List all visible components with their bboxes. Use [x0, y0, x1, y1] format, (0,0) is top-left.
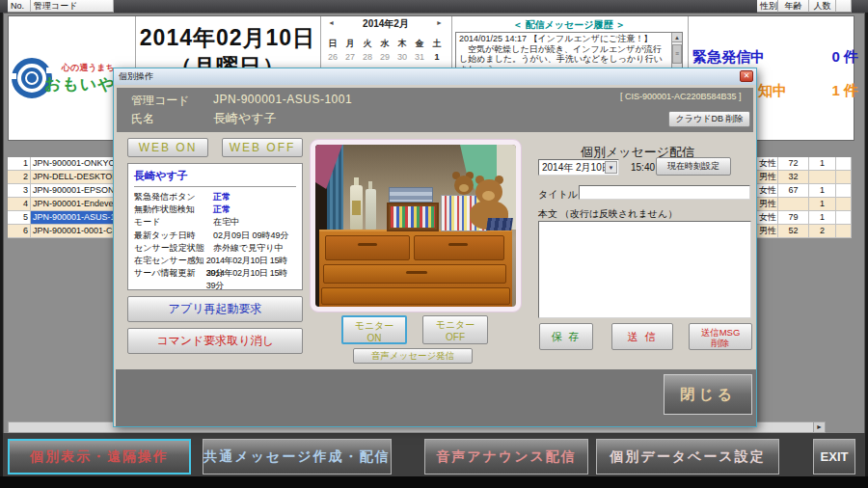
cell-code: JPN-DELL-DESKTOP23: [31, 171, 114, 184]
dialog-title: 個別操作: [119, 71, 153, 81]
scroll-grip-icon: ≡: [675, 50, 679, 57]
scroll-up-icon[interactable]: ▲: [672, 33, 682, 42]
date-dropdown-icon[interactable]: ▼: [605, 161, 617, 174]
current-date: 2014年02月10日: [137, 23, 318, 53]
column-header-age[interactable]: 年齢: [778, 0, 809, 13]
message-title-input[interactable]: [579, 185, 750, 200]
camera-photo-frame: [310, 139, 522, 312]
brand-logo-icon: [10, 73, 16, 79]
status-row: 最新タッチ日時02月09日 09時49分: [134, 230, 296, 242]
column-header-no[interactable]: No.: [8, 0, 31, 13]
column-header-code[interactable]: 管理コード: [31, 0, 114, 13]
cell-gender: 女性: [757, 211, 778, 225]
bottom-black-band: [0, 476, 868, 488]
footer-individual-remote-button[interactable]: 個別表示・遠隔操作: [8, 439, 191, 474]
monitor-off-line1: モニター: [423, 318, 487, 331]
camera-photo: [315, 145, 516, 307]
divider: [134, 186, 296, 187]
emergency-status-count: 0 件: [797, 48, 858, 67]
cell-count: 1: [809, 157, 836, 171]
cell-age: 32: [778, 171, 809, 184]
cell-extra: [836, 171, 852, 184]
resident-name: 長崎やす子: [134, 169, 296, 183]
delete-sent-message-button[interactable]: 送信MSG 削除: [689, 323, 752, 350]
code-value: JPN-900001-ASUS-1001: [213, 93, 352, 106]
notice-status-label: 知中: [758, 82, 787, 100]
status-label: センサー設定状態: [134, 242, 213, 255]
cell-count: 1: [809, 198, 836, 211]
status-label: 緊急発信ボタン: [134, 191, 213, 203]
status-value: 正常: [213, 203, 231, 216]
column-header-gender[interactable]: 性別: [757, 0, 778, 13]
status-label: 在宅センサー感知: [134, 255, 206, 267]
message-time-value: 15:40: [631, 162, 655, 173]
command-cancel-button[interactable]: コマンド要求取り消し: [127, 328, 303, 354]
column-header-extra[interactable]: [836, 0, 852, 13]
web-off-button[interactable]: WEB OFF: [222, 138, 303, 157]
cell-extra: [836, 184, 852, 198]
footer-common-message-button[interactable]: 共通メッセージ作成・配信: [203, 439, 392, 474]
history-title: ＜ 配信メッセージ履歴 ＞: [453, 18, 685, 32]
footer-database-button[interactable]: 個別データベース設定: [596, 439, 779, 474]
status-value: 2014年02月10日 15時39分: [206, 255, 296, 267]
status-info-box: 長崎やす子 緊急発信ボタン正常 無動作状態検知正常 モード在宅中 最新タッチ日時…: [127, 163, 303, 290]
voice-message-button[interactable]: 音声メッセージ発信: [353, 348, 473, 364]
monitor-on-button[interactable]: モニター ON: [341, 315, 407, 344]
notice-status-count: 1 件: [797, 82, 858, 100]
cell-gender: 男性: [757, 171, 778, 184]
code-label: 管理コード: [131, 93, 190, 109]
status-row: 在宅センサー感知2014年02月10日 15時39分: [134, 255, 296, 267]
cell-count: 2: [809, 225, 836, 238]
column-header-count[interactable]: 人数: [809, 0, 836, 13]
calendar-prev-icon[interactable]: ◄: [328, 19, 335, 26]
scroll-right-icon[interactable]: ►: [813, 422, 825, 432]
cell-gender: 女性: [757, 157, 778, 171]
delete-msg-line2: 削除: [690, 338, 751, 348]
cell-age: 67: [778, 184, 809, 198]
history-line: 2014/01/25 14:17 【インフルエンザにご注意！】: [459, 34, 668, 44]
cell-no: 1: [8, 157, 31, 171]
status-value: 赤外線で見守り中: [213, 242, 283, 255]
dialog-titlebar[interactable]: 個別操作: [114, 68, 756, 85]
cell-extra: [836, 211, 852, 225]
set-current-time-button[interactable]: 現在時刻設定: [656, 157, 731, 176]
cell-extra: [836, 157, 852, 171]
message-body-textarea[interactable]: [538, 221, 751, 318]
monitor-off-button[interactable]: モニター OFF: [422, 315, 488, 344]
dialog-close-button[interactable]: 閉じる: [664, 374, 752, 415]
send-button[interactable]: 送 信: [611, 323, 673, 350]
cell-gender: 女性: [757, 184, 778, 198]
status-value: 正常: [213, 191, 231, 203]
photo-book-stack: [389, 187, 433, 203]
dialog-id-header: 管理コード JPN-900001-ASUS-1001 氏名 長崎やす子 [ CI…: [117, 88, 753, 132]
status-row: モード在宅中: [134, 216, 296, 229]
footer-voice-announce-button[interactable]: 音声アナウンス配信: [424, 439, 588, 474]
calendar-next-icon[interactable]: ►: [436, 19, 443, 26]
scroll-thumb[interactable]: ≡: [672, 44, 682, 64]
save-button[interactable]: 保 存: [539, 323, 593, 350]
cell-count: 1: [809, 184, 836, 198]
photo-drawer-handle: [406, 271, 427, 274]
cell-code: JPN-900001-EPSON-01: [31, 184, 114, 198]
web-on-button[interactable]: WEB ON: [127, 138, 208, 157]
photo-drawer: [321, 287, 510, 305]
cell-code: JPN-900001-ASUS-100: [31, 211, 114, 225]
emergency-status-label: 緊急発信中: [692, 48, 765, 67]
app-restart-button[interactable]: アプリ再起動要求: [127, 296, 303, 322]
cloud-db-delete-button[interactable]: クラウドDB 削除: [668, 111, 750, 127]
individual-operation-dialog: 個別操作 ✕ 管理コード JPN-900001-ASUS-1001 氏名 長崎や…: [113, 68, 757, 427]
cell-count: [809, 171, 836, 184]
cell-count: 1: [809, 211, 836, 225]
status-label: 最新タッチ日時: [134, 230, 213, 242]
exit-button[interactable]: EXIT: [813, 439, 855, 474]
cell-age: 52: [778, 225, 809, 238]
photo-teddy-bear-muzzle: [482, 191, 495, 201]
dialog-close-icon[interactable]: ✕: [740, 70, 753, 82]
photo-drawer: [323, 264, 506, 284]
status-value: 02月09日 09時49分: [213, 230, 289, 242]
photo-blue-books: [486, 218, 513, 230]
message-date-picker[interactable]: 2014年 2月10日 ▼: [538, 159, 619, 176]
logo-brand: おもいや: [44, 73, 116, 95]
status-label: モード: [134, 216, 213, 229]
cell-no: 2: [8, 171, 31, 184]
